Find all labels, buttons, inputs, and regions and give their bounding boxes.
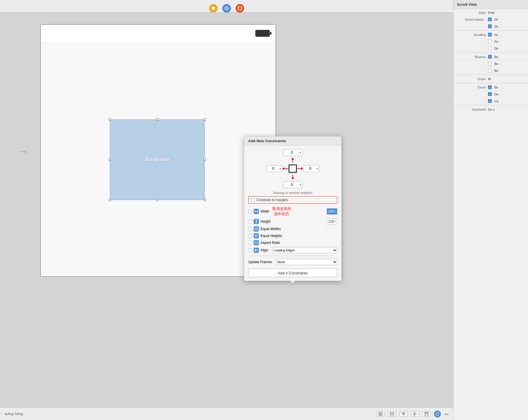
scrolling-text3: Dir	[494, 47, 498, 50]
distribute-icon-btn[interactable]	[411, 411, 419, 417]
handle-br[interactable]	[204, 199, 206, 201]
scrolling-cb3[interactable]	[488, 47, 492, 50]
left-spacing-input-container[interactable]: ▾	[266, 165, 282, 172]
scroll-indicator-row2: Sh	[454, 23, 528, 30]
touch-cb2[interactable]	[488, 92, 492, 96]
svg-rect-12	[255, 228, 256, 230]
handle-mr[interactable]	[204, 159, 206, 161]
constrain-to-margins-row: Constrain to margins	[248, 196, 337, 204]
handle-tl[interactable]	[109, 118, 111, 121]
height-value-container[interactable]: 128 ▾	[327, 218, 337, 225]
scrolling-row2: Pa	[454, 38, 528, 45]
equal-heights-checkbox[interactable]	[248, 234, 252, 238]
stop-symbol	[211, 6, 216, 11]
bottom-spacing-input[interactable]	[285, 183, 299, 187]
scrolling-cb2[interactable]	[488, 40, 492, 43]
width-chevron: ▾	[334, 210, 336, 213]
align-icon-btn[interactable]	[399, 411, 408, 417]
height-checkbox[interactable]	[248, 220, 252, 224]
width-value-container[interactable]: 240 ▾	[327, 208, 337, 215]
resolve-icon-btn[interactable]	[434, 411, 441, 417]
svg-rect-13	[257, 228, 258, 230]
equal-widths-checkbox[interactable]	[248, 227, 252, 231]
cube-icon[interactable]	[222, 4, 231, 13]
handle-tc[interactable]	[156, 118, 158, 121]
top-spacing-input-container[interactable]: ▾	[283, 149, 303, 156]
align-label: Align	[261, 248, 268, 252]
bottom-icons: scr	[376, 411, 449, 417]
scroll-view-box[interactable]: Scroll View	[110, 120, 205, 200]
update-frames-dropdown[interactable]: None	[276, 259, 337, 265]
equal-widths-icon	[254, 226, 259, 232]
align-checkbox[interactable]	[248, 248, 252, 252]
left-spacing-input[interactable]	[267, 167, 279, 171]
svg-rect-15	[255, 236, 257, 237]
bounce-cb1[interactable]	[488, 55, 492, 59]
aspect-ratio-row: Aspect Ratio	[248, 239, 337, 246]
svg-rect-26	[390, 414, 394, 416]
add-constraints-button[interactable]: Add 4 Constraints	[248, 269, 337, 277]
bounce-cb2[interactable]	[488, 62, 492, 65]
arrow-line-right	[297, 168, 301, 169]
height-row: Height 128 ▾	[248, 217, 337, 226]
svg-rect-22	[381, 412, 382, 414]
svg-rect-14	[255, 234, 257, 236]
spacing-mid-row: ▾	[266, 164, 320, 173]
separator	[252, 255, 334, 256]
aspect-ratio-checkbox[interactable]	[248, 241, 252, 245]
touch-cb3[interactable]	[488, 99, 492, 103]
keyboard-value: Do n	[488, 108, 525, 111]
handle-tr[interactable]	[204, 118, 206, 121]
constrain-margins-checkbox[interactable]	[251, 198, 255, 202]
touch-text2: De	[494, 93, 498, 96]
right-chevron: ▾	[317, 167, 318, 170]
popup-title: Add New Constraints	[244, 136, 341, 146]
grid2-icon-btn[interactable]	[388, 411, 396, 417]
bottom-spacing-input-container[interactable]: ▾	[283, 181, 303, 188]
width-value: 240	[328, 209, 334, 213]
width-label: Width	[261, 209, 269, 213]
scroll-indicator-cb1[interactable]	[488, 18, 492, 21]
divider2	[454, 53, 528, 53]
bounce-text1: Bo	[494, 55, 498, 59]
svg-rect-32	[425, 413, 428, 414]
layout2-icon-btn[interactable]	[422, 411, 431, 417]
aspect-ratio-label: Aspect Ratio	[261, 241, 280, 245]
main-container: → Scroll View	[0, 0, 528, 420]
toolbar-bar	[0, 0, 453, 13]
right-spacing-input[interactable]	[305, 167, 316, 171]
bounce-row3: Bo	[454, 67, 528, 74]
divider5	[454, 105, 528, 105]
touch-cb1[interactable]	[488, 85, 492, 89]
right-spacing-input-container[interactable]: ▾	[303, 165, 320, 172]
svg-rect-4	[238, 7, 242, 10]
top-spacing-input[interactable]	[285, 151, 299, 155]
handle-ml[interactable]	[109, 159, 111, 161]
grid-icon-btn[interactable]	[376, 411, 384, 417]
right-panel: Scroll View Style Defa Scroll Indicat...…	[453, 0, 528, 420]
handle-bc[interactable]	[156, 199, 158, 201]
spacing-top-row: ▾	[283, 149, 303, 156]
chinese-annotation: 取消这里的选中状态	[272, 206, 291, 217]
scr-label: scr	[444, 412, 449, 416]
scroll-view-element[interactable]: Scroll View	[110, 120, 205, 200]
aspect-ratio-icon	[254, 240, 259, 245]
bounce-value1: Bo	[488, 55, 498, 59]
align-dropdown[interactable]: Leading Edges	[272, 247, 337, 253]
scrolling-cb1[interactable]	[488, 33, 492, 36]
align-icon-svg	[255, 248, 258, 252]
handle-bl[interactable]	[109, 199, 111, 201]
update-frames-label: Update Frames	[248, 260, 272, 264]
ib-canvas: → Scroll View	[0, 13, 453, 407]
layout-icon[interactable]	[236, 4, 244, 13]
top-arrow	[291, 158, 294, 163]
center-box	[289, 165, 296, 172]
status-bar	[41, 25, 276, 42]
width-checkbox[interactable]	[248, 210, 252, 213]
scrolling-row1: Scrolling Sc	[454, 31, 528, 38]
bounce-value3: Bo	[488, 69, 498, 72]
bounce-cb3[interactable]	[488, 69, 492, 72]
bounce-text3: Bo	[494, 69, 498, 72]
stop-icon[interactable]	[209, 4, 218, 13]
scroll-indicator-cb2[interactable]	[488, 24, 492, 28]
